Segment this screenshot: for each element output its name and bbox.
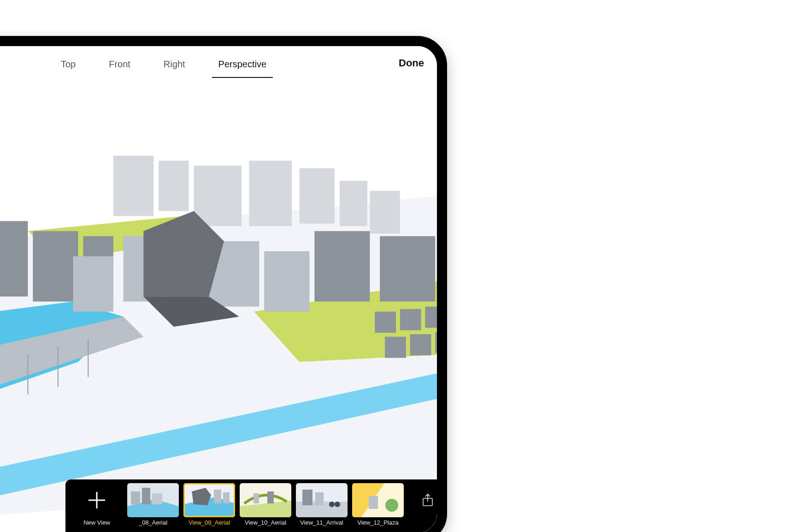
svg-rect-48	[152, 493, 162, 504]
view-thumbnail[interactable]: View_09_Aerial	[183, 483, 236, 526]
svg-rect-16	[314, 231, 370, 301]
svg-rect-30	[435, 332, 437, 353]
svg-rect-13	[0, 221, 28, 297]
svg-rect-46	[131, 491, 140, 504]
done-button[interactable]: Done	[399, 46, 424, 80]
svg-rect-53	[223, 492, 230, 503]
view-thumbnail[interactable]: View_11_Arrival	[295, 483, 348, 526]
svg-rect-52	[214, 490, 221, 503]
tablet-frame: TopFrontRightPerspective Done	[0, 36, 447, 532]
svg-rect-26	[400, 309, 421, 330]
new-view-label: New View	[83, 519, 110, 526]
svg-rect-22	[73, 256, 113, 312]
svg-rect-25	[375, 312, 396, 333]
tab-top[interactable]: Top	[57, 49, 79, 78]
svg-rect-61	[315, 492, 324, 505]
svg-rect-5	[113, 156, 153, 216]
share-icon	[422, 493, 434, 507]
thumbnail-image	[352, 483, 404, 517]
svg-rect-56	[254, 493, 259, 503]
model-viewport[interactable]	[0, 80, 437, 532]
view-thumbnail[interactable]: View_12_Plaza	[351, 483, 405, 526]
svg-rect-28	[385, 337, 406, 358]
svg-rect-8	[249, 161, 292, 226]
svg-rect-7	[194, 166, 242, 226]
svg-rect-21	[264, 251, 309, 312]
views-strip: New View _08_AerialView_09_AerialView_10…	[65, 479, 443, 532]
view-thumbnail[interactable]: _08_Aerial	[126, 483, 180, 526]
app-screen: TopFrontRightPerspective Done	[0, 46, 437, 532]
svg-rect-6	[159, 161, 189, 211]
thumbnail-image	[240, 483, 291, 517]
view-tabs: TopFrontRightPerspective	[57, 46, 270, 80]
thumbnail-image	[296, 483, 348, 517]
share-button[interactable]	[417, 483, 439, 517]
tab-right[interactable]: Right	[160, 49, 189, 78]
svg-rect-29	[410, 334, 431, 355]
svg-point-66	[385, 499, 398, 512]
view-thumbnail[interactable]: View_10_Aerial	[239, 483, 292, 526]
svg-rect-14	[33, 231, 78, 301]
top-bar: TopFrontRightPerspective Done	[0, 46, 437, 80]
thumbnail-label: View_09_Aerial	[189, 519, 230, 526]
thumbnail-image	[127, 483, 179, 517]
thumbnail-label: _08_Aerial	[139, 519, 167, 526]
svg-point-62	[329, 502, 335, 507]
svg-rect-47	[142, 488, 150, 504]
thumbnail-label: View_10_Aerial	[245, 519, 286, 526]
new-view-button[interactable]: New View	[70, 483, 124, 526]
thumbnail-label: View_11_Arrival	[300, 519, 343, 526]
tab-front[interactable]: Front	[105, 49, 134, 78]
svg-rect-67	[369, 496, 378, 509]
svg-rect-10	[340, 181, 367, 226]
city-model-illustration	[0, 80, 437, 532]
svg-rect-27	[425, 307, 437, 328]
thumbnail-image	[183, 483, 235, 517]
svg-rect-17	[380, 236, 435, 301]
svg-rect-11	[370, 191, 400, 234]
thumbnail-label: View_12_Plaza	[357, 519, 398, 526]
svg-point-63	[335, 502, 340, 507]
tab-perspective[interactable]: Perspective	[215, 49, 271, 78]
svg-rect-57	[267, 491, 274, 503]
svg-rect-9	[300, 168, 335, 224]
svg-rect-60	[302, 490, 312, 505]
plus-icon	[86, 489, 108, 511]
